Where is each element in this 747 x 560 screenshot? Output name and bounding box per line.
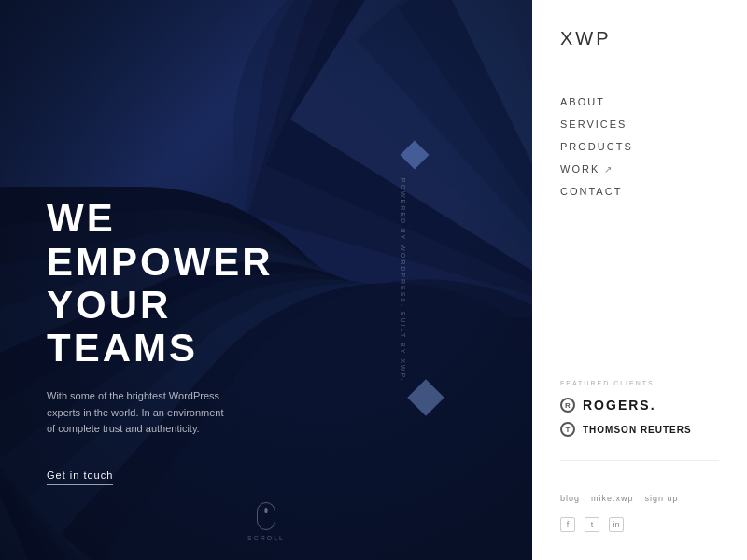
clients-label: FEATURED CLIENTS xyxy=(560,380,719,386)
hero-panel: POWERED BY WORDPRESS. BUILT BY XWP. WE E… xyxy=(0,0,532,560)
rogers-client: R ROGERS. xyxy=(560,398,719,413)
thomson-icon: T xyxy=(560,422,575,437)
logo[interactable]: XWP xyxy=(560,28,719,49)
footer-nav: blogmike.xwpsign up xyxy=(560,494,719,503)
rogers-logo-text: ROGERS. xyxy=(583,398,656,413)
hero-content: WE EMPOWER YOUR TEAMS With some of the b… xyxy=(0,197,274,560)
hero-subtitle: With some of the brightest WordPress exp… xyxy=(47,388,233,438)
social-icons: ftin xyxy=(560,517,719,532)
footer-link-mike-xwp[interactable]: mike.xwp xyxy=(591,494,634,503)
footer-link-blog[interactable]: blog xyxy=(560,494,580,503)
rogers-icon: R xyxy=(560,398,575,413)
scroll-label: SCROLL xyxy=(247,535,285,541)
nav-item-products[interactable]: PRODUCTS xyxy=(560,141,719,152)
nav-panel: XWP ABOUTSERVICESPRODUCTSWORK↗CONTACT FE… xyxy=(532,0,747,560)
thomson-client: T THOMSON REUTERS xyxy=(560,422,719,437)
facebook-icon[interactable]: f xyxy=(560,517,575,532)
thomson-logo-text: THOMSON REUTERS xyxy=(583,425,692,435)
cta-button[interactable]: Get in touch xyxy=(47,469,113,485)
page-wrapper: POWERED BY WORDPRESS. BUILT BY XWP. WE E… xyxy=(0,0,747,560)
nav-item-work[interactable]: WORK↗ xyxy=(560,163,719,175)
footer-link-sign up[interactable]: sign up xyxy=(645,494,679,503)
scroll-mouse-icon xyxy=(257,502,275,530)
scroll-indicator: SCROLL xyxy=(247,502,285,541)
nav-item-about[interactable]: ABOUT xyxy=(560,96,719,107)
hero-title: WE EMPOWER YOUR TEAMS xyxy=(47,197,274,370)
nav-item-services[interactable]: SERVICES xyxy=(560,119,719,130)
divider xyxy=(560,460,719,461)
vertical-tagline: POWERED BY WORDPRESS. BUILT BY XWP. xyxy=(399,178,405,382)
nav-menu: ABOUTSERVICESPRODUCTSWORK↗CONTACT xyxy=(560,96,719,361)
nav-item-contact[interactable]: CONTACT xyxy=(560,186,719,197)
twitter-icon[interactable]: t xyxy=(585,517,599,532)
nav-arrow-icon: ↗ xyxy=(604,164,613,175)
linkedin-icon[interactable]: in xyxy=(609,517,624,532)
clients-section: FEATURED CLIENTS R ROGERS. T THOMSON REU… xyxy=(560,361,719,446)
